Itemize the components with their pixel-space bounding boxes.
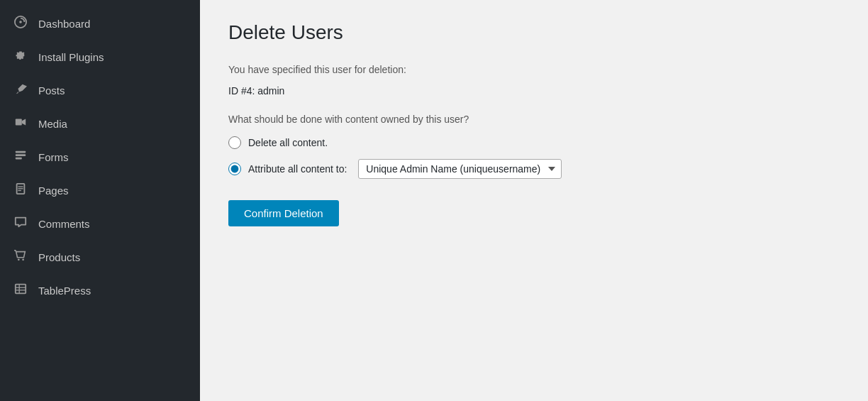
attribute-user-select[interactable]: Unique Admin Name (uniqueusername) xyxy=(358,159,562,179)
svg-rect-9 xyxy=(18,188,23,189)
table-icon xyxy=(13,282,28,299)
page-title: Delete Users xyxy=(228,21,840,44)
media-icon xyxy=(13,116,28,132)
sidebar-item-media[interactable]: Media xyxy=(0,107,200,141)
attribute-to-label[interactable]: Attribute all content to: xyxy=(248,163,347,175)
svg-rect-10 xyxy=(18,190,21,191)
svg-rect-5 xyxy=(16,154,26,156)
sidebar-item-dashboard[interactable]: Dashboard xyxy=(0,7,200,40)
sidebar-item-pages-label: Pages xyxy=(38,185,69,197)
user-id-label: ID #4: admin xyxy=(228,85,840,97)
comments-icon xyxy=(13,216,28,232)
gear-icon xyxy=(13,49,28,65)
pin-icon xyxy=(13,82,28,99)
content-question: What should be done with content owned b… xyxy=(228,114,840,125)
sidebar-item-forms[interactable]: Forms xyxy=(0,141,200,174)
forms-icon xyxy=(13,149,28,165)
sidebar-item-products[interactable]: Products xyxy=(0,241,200,274)
sidebar: Dashboard Install Plugins Posts Media xyxy=(0,0,200,401)
sidebar-item-tablepress-label: TablePress xyxy=(38,285,91,297)
sidebar-item-tablepress[interactable]: TablePress xyxy=(0,274,200,307)
sidebar-item-forms-label: Forms xyxy=(38,151,69,163)
attribute-to-radio[interactable] xyxy=(228,163,241,175)
sidebar-item-comments[interactable]: Comments xyxy=(0,207,200,241)
sidebar-item-install-plugins[interactable]: Install Plugins xyxy=(0,40,200,74)
sidebar-item-pages[interactable]: Pages xyxy=(0,174,200,207)
pages-icon xyxy=(13,182,28,199)
svg-rect-13 xyxy=(16,285,26,294)
svg-rect-4 xyxy=(16,151,26,153)
option-delete-row: Delete all content. xyxy=(228,136,840,149)
svg-point-1 xyxy=(19,21,22,23)
sidebar-item-posts-label: Posts xyxy=(38,84,65,97)
svg-point-11 xyxy=(18,259,20,261)
sidebar-item-products-label: Products xyxy=(38,251,80,263)
content-options: Delete all content. Attribute all conten… xyxy=(228,136,840,179)
sidebar-item-posts[interactable]: Posts xyxy=(0,74,200,107)
svg-marker-3 xyxy=(22,119,26,126)
sidebar-item-install-plugins-label: Install Plugins xyxy=(38,51,104,63)
main-content: Delete Users You have specified this use… xyxy=(200,0,868,401)
confirm-deletion-button[interactable]: Confirm Deletion xyxy=(228,200,339,226)
svg-point-12 xyxy=(22,259,24,261)
deletion-description: You have specified this user for deletio… xyxy=(228,64,840,75)
svg-rect-6 xyxy=(16,158,22,160)
delete-all-label[interactable]: Delete all content. xyxy=(248,137,328,148)
sidebar-item-media-label: Media xyxy=(38,118,67,130)
sidebar-item-comments-label: Comments xyxy=(38,218,90,230)
dashboard-icon xyxy=(13,16,28,32)
sidebar-item-dashboard-label: Dashboard xyxy=(38,18,90,30)
delete-all-radio[interactable] xyxy=(228,136,241,149)
option-attribute-row: Attribute all content to: Unique Admin N… xyxy=(228,159,840,179)
products-icon xyxy=(13,249,28,265)
svg-rect-8 xyxy=(18,186,23,187)
svg-rect-2 xyxy=(16,119,22,126)
